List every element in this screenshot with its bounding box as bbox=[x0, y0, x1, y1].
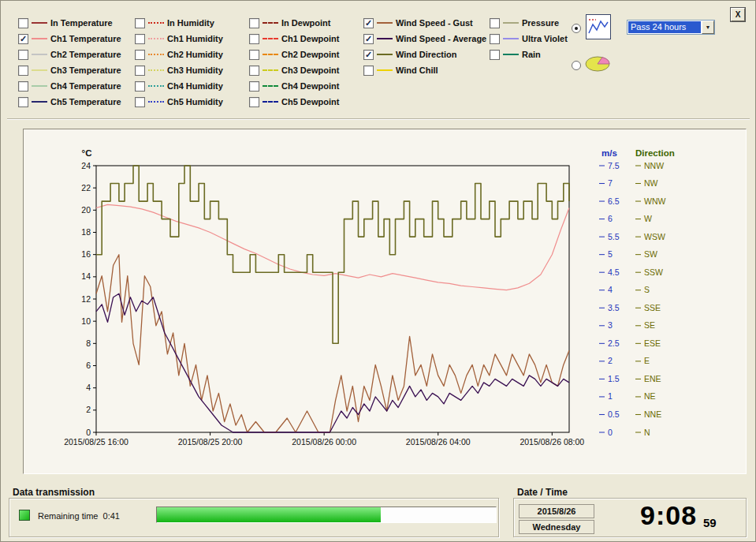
legend-label: Ultra Violet bbox=[522, 34, 568, 43]
checkbox-ch2-temperature[interactable] bbox=[18, 50, 28, 60]
line-sample-icon bbox=[503, 22, 519, 24]
svg-text:SSE: SSE bbox=[644, 303, 661, 312]
legend-label: Ch4 Dewpoint bbox=[281, 81, 339, 91]
svg-text:1.5: 1.5 bbox=[608, 374, 620, 383]
checkbox-ch3-humidity[interactable] bbox=[135, 65, 145, 76]
legend-label: Ch3 Humidity bbox=[167, 65, 223, 75]
checkbox-ch1-temperature[interactable]: ✓ bbox=[18, 34, 28, 44]
svg-text:2.5: 2.5 bbox=[608, 338, 620, 348]
seconds-display: 59 bbox=[703, 516, 717, 529]
checkbox-wind-direction[interactable]: ✓ bbox=[363, 50, 374, 60]
legend-item-wind-chill: Wind Chill bbox=[363, 65, 438, 76]
legend-item-ch5-humidity: Ch5 Humidity bbox=[135, 96, 223, 107]
svg-text:4: 4 bbox=[608, 285, 613, 294]
legend-item-ch3-humidity: Ch3 Humidity bbox=[135, 65, 223, 76]
svg-text:4.5: 4.5 bbox=[608, 267, 620, 277]
line-sample-icon bbox=[377, 54, 393, 55]
legend-item-ultra-violet: Ultra Violet bbox=[490, 33, 568, 44]
progress-fill bbox=[157, 507, 381, 522]
time-display: 9:08 bbox=[640, 500, 697, 531]
checkbox-wind-chill[interactable] bbox=[363, 65, 374, 76]
svg-text:4: 4 bbox=[86, 383, 91, 392]
legend-item-ch1-temperature: ✓Ch1 Temperature bbox=[18, 33, 121, 44]
checkbox-rain[interactable] bbox=[490, 50, 500, 60]
checkbox-ch5-temperature[interactable] bbox=[18, 97, 28, 107]
checkbox-ch1-humidity[interactable] bbox=[135, 34, 145, 44]
pie-chart-radio[interactable] bbox=[572, 61, 581, 70]
checkbox-ch1-dewpoint[interactable] bbox=[249, 34, 259, 44]
line-sample-icon bbox=[148, 69, 164, 71]
svg-text:7.5: 7.5 bbox=[608, 161, 620, 170]
legend-label: Wind Chill bbox=[396, 65, 438, 75]
svg-text:NNW: NNW bbox=[644, 161, 664, 170]
checkbox-ch5-humidity[interactable] bbox=[135, 97, 145, 107]
line-sample-icon bbox=[148, 38, 164, 39]
svg-text:N: N bbox=[644, 428, 650, 437]
legend-label: Ch3 Dewpoint bbox=[281, 65, 339, 75]
svg-text:1: 1 bbox=[608, 391, 613, 401]
legend-item-ch1-humidity: Ch1 Humidity bbox=[135, 33, 223, 44]
checkbox-ch4-humidity[interactable] bbox=[135, 81, 145, 92]
legend-item-wind-direction: ✓Wind Direction bbox=[363, 49, 457, 60]
line-sample-icon bbox=[263, 54, 278, 55]
legend-label: Rain bbox=[522, 50, 541, 59]
legend-label: Ch1 Temperature bbox=[50, 34, 121, 43]
svg-text:E: E bbox=[644, 356, 650, 365]
svg-text:NNE: NNE bbox=[644, 409, 661, 419]
legend-item-ch5-dewpoint: Ch5 Dewpoint bbox=[249, 96, 339, 107]
checkbox-in-dewpoint[interactable] bbox=[249, 18, 259, 28]
checkbox-ch3-temperature[interactable] bbox=[18, 65, 28, 76]
legend-item-ch3-dewpoint: Ch3 Dewpoint bbox=[249, 65, 339, 76]
legend-item-in-temperature: In Temperature bbox=[18, 17, 113, 28]
svg-text:8: 8 bbox=[86, 338, 91, 348]
checkbox-ch3-dewpoint[interactable] bbox=[249, 65, 259, 76]
checkbox-ch2-dewpoint[interactable] bbox=[249, 50, 259, 60]
legend-label: Ch1 Dewpoint bbox=[281, 34, 339, 43]
line-sample-icon bbox=[263, 69, 278, 71]
checkbox-wind-speed-average[interactable]: ✓ bbox=[363, 34, 374, 44]
pie-chart-icon[interactable] bbox=[583, 53, 612, 74]
svg-text:2: 2 bbox=[608, 356, 613, 365]
checkbox-ch4-dewpoint[interactable] bbox=[249, 81, 259, 92]
svg-text:2015/08/25 16:00: 2015/08/25 16:00 bbox=[64, 437, 128, 447]
svg-text:2: 2 bbox=[86, 405, 91, 414]
period-dropdown[interactable]: Pass 24 hours ▼ bbox=[627, 20, 715, 35]
checkbox-ultra-violet[interactable] bbox=[490, 34, 500, 44]
legend-label: In Temperature bbox=[50, 18, 113, 28]
checkbox-in-temperature[interactable] bbox=[18, 18, 28, 28]
app-window: In Temperature✓Ch1 TemperatureCh2 Temper… bbox=[0, 0, 756, 542]
svg-text:16: 16 bbox=[81, 249, 91, 259]
line-sample-icon bbox=[148, 85, 164, 87]
checkbox-ch4-temperature[interactable] bbox=[18, 81, 28, 92]
legend-label: Ch2 Humidity bbox=[167, 50, 223, 59]
svg-text:°C: °C bbox=[82, 148, 92, 158]
line-chart-radio[interactable] bbox=[572, 24, 581, 33]
line-chart-icon[interactable] bbox=[586, 14, 611, 39]
transmission-led-icon bbox=[19, 510, 30, 521]
line-sample-icon bbox=[148, 101, 164, 103]
weather-chart: °C0246810121416182022242015/08/25 16:002… bbox=[24, 129, 746, 473]
data-transmission-title: Data transmission bbox=[11, 487, 96, 498]
checkbox-ch2-humidity[interactable] bbox=[135, 50, 145, 60]
svg-text:SW: SW bbox=[644, 249, 657, 259]
checkbox-pressure[interactable] bbox=[490, 18, 500, 28]
datetime-group: Date / Time 2015/8/26 Wednesday 9:08 59 bbox=[513, 498, 747, 537]
legend-item-ch5-temperature: Ch5 Temperature bbox=[18, 96, 121, 107]
legend-item-pressure: Pressure bbox=[490, 17, 559, 28]
svg-text:NE: NE bbox=[644, 391, 656, 401]
close-button[interactable]: X bbox=[731, 8, 745, 21]
legend-label: Ch4 Humidity bbox=[167, 81, 223, 91]
checkbox-in-humidity[interactable] bbox=[135, 18, 145, 28]
separator bbox=[7, 118, 750, 120]
checkbox-wind-speed-gust[interactable]: ✓ bbox=[363, 18, 374, 28]
svg-text:2015/08/25 20:00: 2015/08/25 20:00 bbox=[178, 437, 243, 447]
legend-label: Pressure bbox=[522, 18, 559, 28]
checkbox-ch5-dewpoint[interactable] bbox=[249, 97, 259, 107]
legend-item-ch4-humidity: Ch4 Humidity bbox=[135, 80, 223, 92]
legend-item-ch2-humidity: Ch2 Humidity bbox=[135, 49, 223, 60]
remaining-time-value: 0:41 bbox=[103, 511, 120, 521]
svg-text:5: 5 bbox=[608, 249, 613, 259]
line-sample-icon bbox=[503, 38, 519, 39]
legend-label: Ch2 Dewpoint bbox=[281, 50, 339, 59]
dropdown-arrow-icon[interactable]: ▼ bbox=[702, 21, 714, 34]
